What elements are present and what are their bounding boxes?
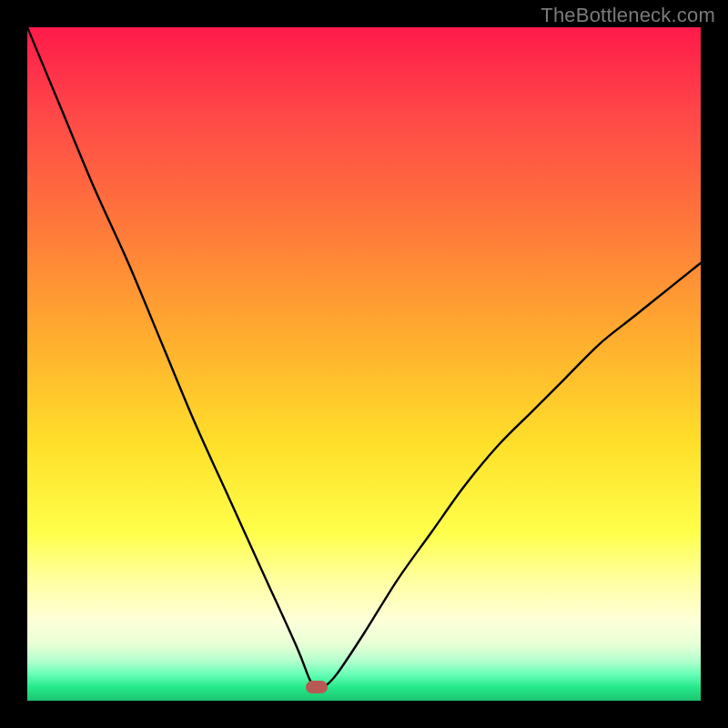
watermark-text: TheBottleneck.com	[541, 4, 715, 27]
frame: TheBottleneck.com	[0, 0, 728, 728]
bottleneck-curve	[27, 27, 701, 701]
plot-area	[27, 27, 701, 701]
optimum-marker	[306, 681, 328, 693]
